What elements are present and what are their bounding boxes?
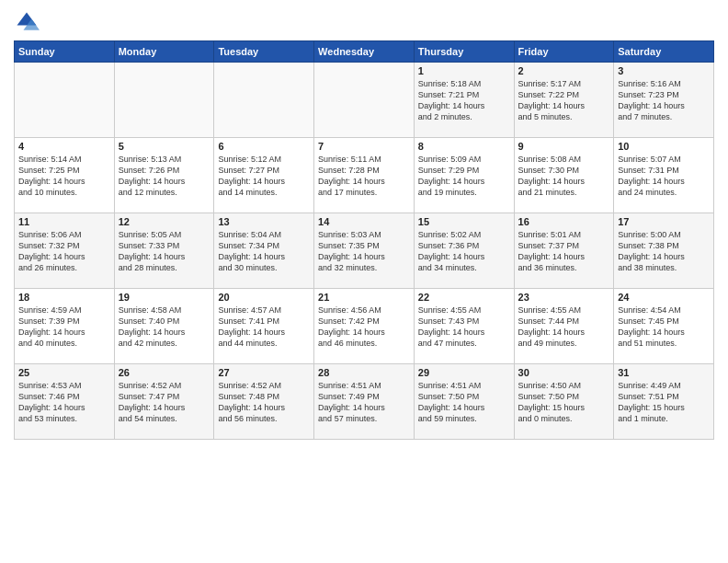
- day-content: Sunrise: 4:55 AM Sunset: 7:43 PM Dayligh…: [418, 304, 510, 350]
- day-number: 21: [318, 292, 410, 303]
- calendar-cell: 25Sunrise: 4:53 AM Sunset: 7:46 PM Dayli…: [15, 364, 115, 440]
- day-content: Sunrise: 5:09 AM Sunset: 7:29 PM Dayligh…: [418, 154, 510, 199]
- calendar-cell: 22Sunrise: 4:55 AM Sunset: 7:43 PM Dayli…: [414, 289, 514, 364]
- calendar-cell: 17Sunrise: 5:00 AM Sunset: 7:38 PM Dayli…: [614, 213, 714, 289]
- day-number: 1: [418, 65, 510, 76]
- day-number: 20: [218, 292, 310, 303]
- calendar-week-5: 25Sunrise: 4:53 AM Sunset: 7:46 PM Dayli…: [15, 364, 714, 440]
- day-number: 28: [318, 367, 410, 378]
- day-content: Sunrise: 4:59 AM Sunset: 7:39 PM Dayligh…: [18, 304, 110, 350]
- day-content: Sunrise: 5:04 AM Sunset: 7:34 PM Dayligh…: [218, 229, 310, 274]
- calendar-cell: 27Sunrise: 4:52 AM Sunset: 7:48 PM Dayli…: [214, 364, 314, 440]
- day-content: Sunrise: 4:52 AM Sunset: 7:47 PM Dayligh…: [119, 380, 210, 425]
- day-number: 6: [218, 141, 310, 152]
- calendar-cell: 15Sunrise: 5:02 AM Sunset: 7:36 PM Dayli…: [414, 213, 514, 289]
- calendar-cell: 4Sunrise: 5:14 AM Sunset: 7:25 PM Daylig…: [15, 138, 115, 213]
- calendar-cell: 30Sunrise: 4:50 AM Sunset: 7:50 PM Dayli…: [514, 364, 614, 440]
- day-number: 19: [119, 292, 210, 303]
- day-number: 31: [618, 367, 710, 378]
- weekday-header-tuesday: Tuesday: [214, 41, 314, 63]
- day-number: 29: [418, 367, 510, 378]
- calendar-cell: 23Sunrise: 4:55 AM Sunset: 7:44 PM Dayli…: [514, 289, 614, 364]
- day-content: Sunrise: 5:14 AM Sunset: 7:25 PM Dayligh…: [18, 154, 110, 199]
- day-number: 22: [418, 292, 510, 303]
- day-content: Sunrise: 4:54 AM Sunset: 7:45 PM Dayligh…: [618, 304, 710, 350]
- day-content: Sunrise: 4:57 AM Sunset: 7:41 PM Dayligh…: [218, 304, 310, 350]
- weekday-header-thursday: Thursday: [414, 41, 514, 63]
- day-content: Sunrise: 4:52 AM Sunset: 7:48 PM Dayligh…: [218, 380, 310, 425]
- day-number: 15: [418, 216, 510, 227]
- calendar-cell: 14Sunrise: 5:03 AM Sunset: 7:35 PM Dayli…: [314, 213, 415, 289]
- calendar-cell: 20Sunrise: 4:57 AM Sunset: 7:41 PM Dayli…: [214, 289, 314, 364]
- weekday-header-sunday: Sunday: [15, 41, 115, 63]
- day-number: 11: [18, 216, 110, 227]
- day-number: 12: [119, 216, 210, 227]
- header: [14, 9, 714, 35]
- weekday-header-saturday: Saturday: [614, 41, 714, 63]
- calendar-cell: 8Sunrise: 5:09 AM Sunset: 7:29 PM Daylig…: [414, 138, 514, 213]
- calendar-cell: 9Sunrise: 5:08 AM Sunset: 7:30 PM Daylig…: [514, 138, 614, 213]
- day-number: 30: [518, 367, 610, 378]
- day-content: Sunrise: 5:16 AM Sunset: 7:23 PM Dayligh…: [618, 78, 710, 123]
- day-number: 25: [18, 367, 110, 378]
- day-content: Sunrise: 5:13 AM Sunset: 7:26 PM Dayligh…: [119, 154, 210, 199]
- calendar-week-3: 11Sunrise: 5:06 AM Sunset: 7:32 PM Dayli…: [15, 213, 714, 289]
- day-number: 9: [518, 141, 610, 152]
- day-content: Sunrise: 4:51 AM Sunset: 7:50 PM Dayligh…: [418, 380, 510, 425]
- day-content: Sunrise: 4:50 AM Sunset: 7:50 PM Dayligh…: [518, 380, 610, 425]
- calendar-cell: 19Sunrise: 4:58 AM Sunset: 7:40 PM Dayli…: [114, 289, 214, 364]
- main-container: SundayMondayTuesdayWednesdayThursdayFrid…: [0, 0, 728, 563]
- calendar-cell: 21Sunrise: 4:56 AM Sunset: 7:42 PM Dayli…: [314, 289, 415, 364]
- day-number: 18: [18, 292, 110, 303]
- calendar-cell: [114, 63, 214, 138]
- day-number: 3: [618, 65, 710, 76]
- calendar-cell: [15, 63, 115, 138]
- weekday-header-wednesday: Wednesday: [314, 41, 415, 63]
- day-number: 16: [518, 216, 610, 227]
- weekday-header-friday: Friday: [514, 41, 614, 63]
- day-content: Sunrise: 5:11 AM Sunset: 7:28 PM Dayligh…: [318, 154, 410, 199]
- calendar-cell: [214, 63, 314, 138]
- calendar-week-1: 1Sunrise: 5:18 AM Sunset: 7:21 PM Daylig…: [15, 63, 714, 138]
- day-content: Sunrise: 5:02 AM Sunset: 7:36 PM Dayligh…: [418, 229, 510, 274]
- calendar-table: SundayMondayTuesdayWednesdayThursdayFrid…: [14, 40, 714, 440]
- calendar-cell: 6Sunrise: 5:12 AM Sunset: 7:27 PM Daylig…: [214, 138, 314, 213]
- day-content: Sunrise: 5:18 AM Sunset: 7:21 PM Dayligh…: [418, 78, 510, 123]
- day-number: 2: [518, 65, 610, 76]
- day-content: Sunrise: 4:55 AM Sunset: 7:44 PM Dayligh…: [518, 304, 610, 350]
- day-number: 4: [18, 141, 110, 152]
- day-content: Sunrise: 5:03 AM Sunset: 7:35 PM Dayligh…: [318, 229, 410, 274]
- day-content: Sunrise: 5:05 AM Sunset: 7:33 PM Dayligh…: [119, 229, 210, 274]
- calendar-cell: 1Sunrise: 5:18 AM Sunset: 7:21 PM Daylig…: [414, 63, 514, 138]
- logo: [14, 9, 43, 35]
- calendar-cell: 29Sunrise: 4:51 AM Sunset: 7:50 PM Dayli…: [414, 364, 514, 440]
- calendar-week-4: 18Sunrise: 4:59 AM Sunset: 7:39 PM Dayli…: [15, 289, 714, 364]
- calendar-cell: 2Sunrise: 5:17 AM Sunset: 7:22 PM Daylig…: [514, 63, 614, 138]
- calendar-cell: 11Sunrise: 5:06 AM Sunset: 7:32 PM Dayli…: [15, 213, 115, 289]
- day-number: 5: [119, 141, 210, 152]
- day-content: Sunrise: 5:17 AM Sunset: 7:22 PM Dayligh…: [518, 78, 610, 123]
- day-content: Sunrise: 4:56 AM Sunset: 7:42 PM Dayligh…: [318, 304, 410, 350]
- day-number: 24: [618, 292, 710, 303]
- calendar-cell: 28Sunrise: 4:51 AM Sunset: 7:49 PM Dayli…: [314, 364, 415, 440]
- day-content: Sunrise: 4:49 AM Sunset: 7:51 PM Dayligh…: [618, 380, 710, 425]
- day-content: Sunrise: 4:53 AM Sunset: 7:46 PM Dayligh…: [18, 380, 110, 425]
- calendar-cell: 18Sunrise: 4:59 AM Sunset: 7:39 PM Dayli…: [15, 289, 115, 364]
- day-number: 7: [318, 141, 410, 152]
- day-content: Sunrise: 5:06 AM Sunset: 7:32 PM Dayligh…: [18, 229, 110, 274]
- calendar-cell: 12Sunrise: 5:05 AM Sunset: 7:33 PM Dayli…: [114, 213, 214, 289]
- calendar-cell: 26Sunrise: 4:52 AM Sunset: 7:47 PM Dayli…: [114, 364, 214, 440]
- day-number: 13: [218, 216, 310, 227]
- logo-icon: [14, 9, 40, 35]
- day-content: Sunrise: 5:01 AM Sunset: 7:37 PM Dayligh…: [518, 229, 610, 274]
- day-content: Sunrise: 4:58 AM Sunset: 7:40 PM Dayligh…: [119, 304, 210, 350]
- calendar-week-2: 4Sunrise: 5:14 AM Sunset: 7:25 PM Daylig…: [15, 138, 714, 213]
- calendar-cell: 5Sunrise: 5:13 AM Sunset: 7:26 PM Daylig…: [114, 138, 214, 213]
- weekday-header-monday: Monday: [114, 41, 214, 63]
- calendar-cell: 16Sunrise: 5:01 AM Sunset: 7:37 PM Dayli…: [514, 213, 614, 289]
- weekday-header-row: SundayMondayTuesdayWednesdayThursdayFrid…: [15, 41, 714, 63]
- calendar-cell: 3Sunrise: 5:16 AM Sunset: 7:23 PM Daylig…: [614, 63, 714, 138]
- day-content: Sunrise: 5:08 AM Sunset: 7:30 PM Dayligh…: [518, 154, 610, 199]
- calendar-cell: 24Sunrise: 4:54 AM Sunset: 7:45 PM Dayli…: [614, 289, 714, 364]
- calendar-cell: [314, 63, 415, 138]
